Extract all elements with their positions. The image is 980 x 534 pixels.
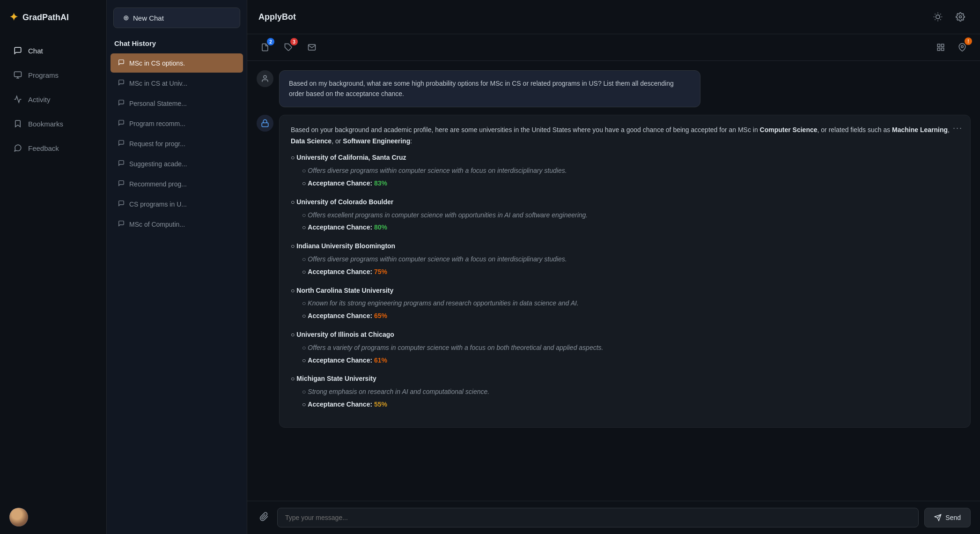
more-options-button[interactable]: ··· xyxy=(953,121,963,135)
svg-rect-0 xyxy=(15,72,22,77)
svg-point-18 xyxy=(961,45,964,48)
main-area: ApplyBot xyxy=(247,0,980,534)
bot-message-container: ··· Based on your background and academi… xyxy=(279,115,971,428)
chat-history-item-3[interactable]: Personal Stateme... xyxy=(111,94,243,113)
chat-item-text-9: MSc of Computin... xyxy=(129,221,185,228)
sidebar-item-feedback[interactable]: Feedback xyxy=(4,137,103,159)
mail-button[interactable] xyxy=(303,39,320,56)
new-chat-button[interactable]: ⊕ New Chat xyxy=(113,7,240,28)
university-item-2: ○ University of Colorado Boulder ○ Offer… xyxy=(291,197,959,233)
chat-history-item-5[interactable]: Request for progr... xyxy=(111,134,243,153)
chat-item-icon-2 xyxy=(118,79,125,87)
settings-button[interactable] xyxy=(952,8,969,25)
chat-item-icon-4 xyxy=(118,119,125,127)
svg-line-7 xyxy=(940,19,941,20)
svg-rect-16 xyxy=(942,48,944,51)
doc-badge: 2 xyxy=(267,38,274,45)
messages-area: Based on my background, what are some hi… xyxy=(247,61,980,501)
user-avatar xyxy=(257,70,273,87)
svg-line-11 xyxy=(940,14,941,15)
bookmarks-icon xyxy=(13,119,22,128)
feedback-icon xyxy=(13,143,22,153)
chat-item-text-1: MSc in CS options. xyxy=(129,59,185,67)
chat-item-text-2: MSc in CS at Univ... xyxy=(129,80,187,87)
grid-view-button[interactable] xyxy=(932,39,949,56)
brightness-button[interactable] xyxy=(929,8,946,25)
university-item-4: ○ North Carolina State University ○ Know… xyxy=(291,285,959,322)
activity-icon xyxy=(13,95,22,104)
sidebar-item-programs-label: Programs xyxy=(28,71,59,79)
svg-rect-20 xyxy=(262,123,268,126)
chat-item-icon-1 xyxy=(118,59,125,67)
new-chat-label: New Chat xyxy=(133,14,164,22)
chat-history-item-1[interactable]: MSc in CS options. xyxy=(111,53,243,73)
svg-rect-14 xyxy=(937,44,940,46)
svg-line-6 xyxy=(935,14,936,15)
chat-item-icon-6 xyxy=(118,160,125,168)
university-item-1: ○ University of California, Santa Cruz ○… xyxy=(291,152,959,189)
toolbar-row: 2 3 xyxy=(247,34,980,61)
chat-item-icon-9 xyxy=(118,220,125,228)
chat-history-item-8[interactable]: CS programs in U... xyxy=(111,194,243,214)
sidebar-nav: Chat Programs Activity xyxy=(0,35,106,164)
chat-item-icon-8 xyxy=(118,200,125,208)
chat-history-item-4[interactable]: Program recomm... xyxy=(111,114,243,133)
bot-avatar xyxy=(257,115,273,132)
tag-badge: 3 xyxy=(290,38,298,45)
chat-item-text-7: Recommend prog... xyxy=(129,180,187,188)
app-logo: ✦ GradPathAI xyxy=(0,0,106,35)
input-area: Send xyxy=(247,501,980,534)
university-item-6: ○ Michigan State University ○ Strong emp… xyxy=(291,373,959,410)
sidebar-item-feedback-label: Feedback xyxy=(28,144,59,152)
pin-badge: ! xyxy=(965,37,972,45)
new-chat-plus-icon: ⊕ xyxy=(123,14,129,22)
sidebar-item-chat-label: Chat xyxy=(28,47,43,55)
chat-history-item-9[interactable]: MSc of Computin... xyxy=(111,215,243,234)
attach-button[interactable] xyxy=(257,509,272,527)
svg-rect-17 xyxy=(937,48,940,51)
chat-item-text-3: Personal Stateme... xyxy=(129,100,187,107)
sidebar-bottom xyxy=(0,500,106,534)
user-message-text: Based on my background, what are some hi… xyxy=(289,80,674,97)
chat-item-icon-3 xyxy=(118,99,125,107)
send-button[interactable]: Send xyxy=(924,508,971,527)
main-header: ApplyBot xyxy=(247,0,980,34)
app-name: GradPathAI xyxy=(22,13,69,22)
chat-icon xyxy=(13,46,22,55)
sidebar-item-activity-label: Activity xyxy=(28,96,51,104)
main-title: ApplyBot xyxy=(258,12,296,22)
chat-history-item-7[interactable]: Recommend prog... xyxy=(111,174,243,193)
avatar-image xyxy=(9,508,28,527)
sidebar-item-chat[interactable]: Chat xyxy=(4,39,103,62)
avatar[interactable] xyxy=(9,508,28,527)
bot-message-row: ··· Based on your background and academi… xyxy=(257,115,971,428)
university-item-5: ○ University of Illinois at Chicago ○ Of… xyxy=(291,329,959,366)
tag-button[interactable]: 3 xyxy=(280,39,297,56)
programs-icon xyxy=(13,70,22,80)
sidebar-item-programs[interactable]: Programs xyxy=(4,64,103,86)
sidebar-item-bookmarks[interactable]: Bookmarks xyxy=(4,112,103,135)
svg-rect-15 xyxy=(942,44,944,46)
chat-history-item-6[interactable]: Suggesting acade... xyxy=(111,154,243,173)
university-item-3: ○ Indiana University Bloomington ○ Offer… xyxy=(291,241,959,277)
svg-point-12 xyxy=(959,16,962,18)
send-label: Send xyxy=(945,514,961,521)
doc-button[interactable]: 2 xyxy=(257,39,273,56)
chat-item-text-4: Program recomm... xyxy=(129,120,185,127)
pin-button[interactable]: ! xyxy=(954,39,971,56)
sidebar-item-activity[interactable]: Activity xyxy=(4,88,103,111)
toolbar-right: ! xyxy=(932,39,971,56)
sidebar-item-bookmarks-label: Bookmarks xyxy=(28,120,63,128)
logo-star-icon: ✦ xyxy=(9,11,18,23)
chat-history-title: Chat History xyxy=(107,36,247,53)
chat-history-list: MSc in CS options. MSc in CS at Univ... … xyxy=(107,53,247,534)
chat-item-icon-5 xyxy=(118,140,125,148)
user-message-row: Based on my background, what are some hi… xyxy=(257,70,971,107)
svg-point-19 xyxy=(264,75,266,78)
chat-item-text-5: Request for progr... xyxy=(129,140,185,148)
message-input[interactable] xyxy=(277,508,919,527)
chat-item-icon-7 xyxy=(118,180,125,188)
svg-point-3 xyxy=(936,15,940,19)
chat-history-item-2[interactable]: MSc in CS at Univ... xyxy=(111,74,243,93)
sidebar: ✦ GradPathAI Chat Programs xyxy=(0,0,107,534)
